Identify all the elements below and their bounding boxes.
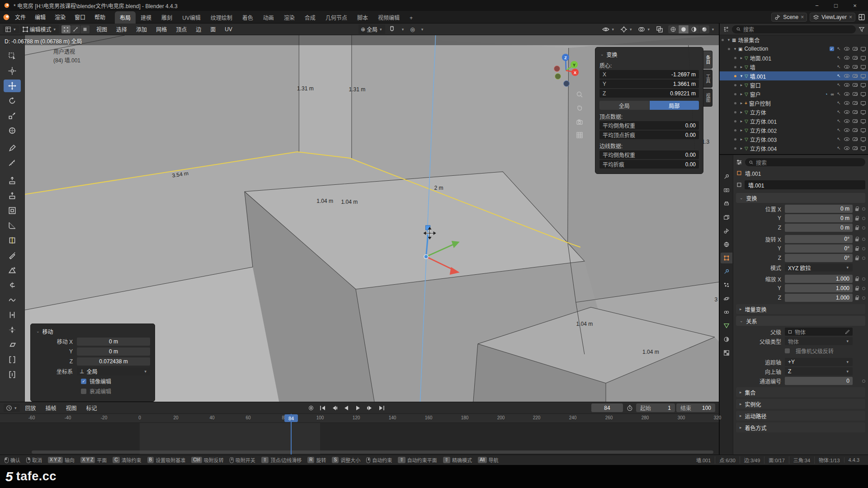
gizmos-toggle-button[interactable]: ▾ bbox=[618, 25, 635, 34]
instancing-section-header[interactable]: ▸实例化 bbox=[736, 399, 865, 409]
outliner-row-object[interactable]: ▸ ▽ 立方体.004 ↖ bbox=[720, 144, 868, 153]
sidebar-tab-tool[interactable]: 工具 bbox=[703, 70, 712, 88]
edge-crease-field[interactable]: 平均折痕0.00 bbox=[599, 160, 699, 169]
constraints-tab[interactable] bbox=[721, 307, 732, 318]
animate-decorator-icon[interactable] bbox=[862, 380, 865, 383]
pass-index-field[interactable]: 0 bbox=[785, 377, 853, 385]
editor-type-selector[interactable]: ▾ bbox=[3, 25, 19, 33]
render-visibility-icon[interactable] bbox=[853, 74, 858, 78]
outliner-row-object[interactable]: ▸ ▽ 地面.001 ↖ bbox=[720, 53, 868, 62]
hide-eye-icon[interactable] bbox=[844, 128, 849, 132]
selectable-icon[interactable]: ↖ bbox=[837, 128, 841, 132]
outliner-row-collection[interactable]: ▾ ▣ Collection ✓↖ bbox=[720, 44, 868, 53]
world-tab[interactable] bbox=[721, 239, 732, 250]
relations-section-header[interactable]: ⌄关系 bbox=[736, 316, 865, 326]
collections-section-header[interactable]: ▸集合 bbox=[736, 387, 865, 397]
mesh-menu[interactable]: 网格 bbox=[152, 24, 171, 34]
location-y-field[interactable]: 0 m bbox=[785, 214, 853, 222]
sidebar-tab-item[interactable]: 条目 bbox=[703, 51, 712, 69]
shading-solid-button[interactable] bbox=[679, 25, 689, 33]
scene-selector[interactable]: Scene × bbox=[771, 13, 807, 22]
viewport-visibility-icon[interactable] bbox=[861, 146, 866, 150]
timeline-scrollbar[interactable] bbox=[32, 450, 713, 454]
median-z-field[interactable]: Z0.99221 m bbox=[599, 89, 699, 98]
selectable-icon[interactable]: ↖ bbox=[837, 137, 841, 141]
sidebar-tab-view[interactable]: 视图 bbox=[703, 89, 712, 107]
selectable-icon[interactable]: ↖ bbox=[837, 65, 841, 69]
outliner-row-scene-collection[interactable]: ▾ ▦ 场景集合 bbox=[720, 35, 868, 44]
edge-select-mode-button[interactable] bbox=[71, 25, 80, 33]
tab-uv[interactable]: UV编辑 bbox=[177, 11, 206, 23]
viewport-visibility-icon[interactable] bbox=[861, 65, 866, 69]
location-x-field[interactable]: 0 m bbox=[785, 205, 853, 213]
object-type-visibility-button[interactable]: ▾ bbox=[600, 25, 617, 34]
shading-section-header[interactable]: ▸着色方式 bbox=[736, 422, 865, 432]
jump-to-start-button[interactable] bbox=[317, 404, 328, 412]
material-tab[interactable] bbox=[721, 334, 732, 345]
shading-wireframe-button[interactable] bbox=[668, 25, 678, 33]
parent-type-dropdown[interactable]: 物体▾ bbox=[785, 337, 853, 345]
tab-animation[interactable]: 动画 bbox=[258, 11, 279, 23]
use-preview-range-toggle[interactable] bbox=[624, 404, 635, 412]
animate-decorator-icon[interactable] bbox=[862, 238, 865, 241]
hide-eye-icon[interactable] bbox=[844, 110, 849, 114]
current-frame-field[interactable]: 84 bbox=[591, 404, 623, 412]
tool-annotate-button[interactable] bbox=[4, 142, 21, 155]
shading-settings-button[interactable]: ▾ bbox=[710, 25, 716, 33]
viewport-visibility-icon[interactable] bbox=[861, 56, 866, 60]
move-z-field[interactable]: 0.072438 m bbox=[77, 357, 150, 366]
render-tab[interactable] bbox=[721, 185, 732, 196]
tool-tab[interactable] bbox=[721, 171, 732, 182]
tab-video-editing[interactable]: 视频编辑 bbox=[373, 11, 405, 23]
texture-tab[interactable] bbox=[721, 347, 732, 358]
viewport-visibility-icon[interactable] bbox=[861, 101, 866, 105]
lock-icon[interactable] bbox=[855, 286, 859, 291]
tool-cursor-button[interactable] bbox=[4, 65, 21, 77]
tool-scale-button[interactable] bbox=[4, 109, 21, 122]
hide-eye-icon[interactable] bbox=[844, 83, 849, 87]
timeline-ruler[interactable]: -60 -40 -20 0 20 40 60 80 100 120 140 16… bbox=[0, 414, 719, 423]
view-layer-tab[interactable] bbox=[721, 212, 732, 223]
scene-unlink-icon[interactable]: × bbox=[801, 14, 804, 20]
tab-sculpt[interactable]: 雕刻 bbox=[156, 11, 177, 23]
tool-shrink-fatten-button[interactable] bbox=[4, 324, 21, 336]
camera-view-button[interactable] bbox=[573, 116, 586, 128]
eyedropper-icon[interactable] bbox=[845, 329, 850, 334]
transform-orientation-selector[interactable]: ⊕ 全局▾ bbox=[359, 24, 385, 34]
animate-decorator-icon[interactable] bbox=[862, 226, 865, 230]
render-visibility-icon[interactable] bbox=[853, 110, 858, 114]
tool-loop-cut-button[interactable] bbox=[4, 234, 21, 247]
tool-poly-build-button[interactable] bbox=[4, 264, 21, 277]
close-button[interactable]: × bbox=[845, 0, 864, 11]
rotation-mode-dropdown[interactable]: XYZ 欧拉▾ bbox=[785, 263, 853, 272]
auto-keying-toggle[interactable] bbox=[306, 404, 316, 412]
animate-decorator-icon[interactable] bbox=[862, 217, 865, 220]
edge-bevel-weight-field[interactable]: 平均倒角权重0.00 bbox=[599, 150, 699, 159]
properties-search-input[interactable]: 搜索 bbox=[745, 158, 865, 166]
transform-section-header[interactable]: ⌄变换 bbox=[736, 193, 865, 203]
lock-icon[interactable] bbox=[855, 237, 859, 242]
tab-add[interactable]: + bbox=[405, 13, 418, 23]
vertex-crease-field[interactable]: 平均顶点折痕0.00 bbox=[599, 131, 699, 139]
tool-inset-button[interactable] bbox=[4, 204, 21, 217]
tool-rotate-button[interactable] bbox=[4, 94, 21, 107]
viewport-visibility-icon[interactable] bbox=[861, 110, 866, 114]
object-name-field[interactable]: 墙.001 bbox=[745, 180, 865, 189]
frame-end-field[interactable]: 结束100 bbox=[676, 404, 715, 412]
rotation-y-field[interactable]: 0° bbox=[785, 244, 853, 253]
vertex-bevel-weight-field[interactable]: 平均倒角权重0.00 bbox=[599, 121, 699, 130]
tool-rip-edge-button[interactable] bbox=[4, 368, 21, 381]
xray-toggle-button[interactable] bbox=[654, 25, 665, 34]
lock-icon[interactable] bbox=[855, 277, 859, 282]
selectable-icon[interactable]: ↖ bbox=[837, 101, 841, 105]
add-menu[interactable]: 添加 bbox=[132, 24, 151, 34]
lock-icon[interactable] bbox=[855, 206, 859, 211]
tool-transform-button[interactable] bbox=[4, 124, 21, 137]
tab-texture-paint[interactable]: 纹理绘制 bbox=[206, 11, 237, 23]
tool-bevel-button[interactable] bbox=[4, 219, 21, 232]
axis-neg-x-handle[interactable] bbox=[554, 66, 560, 72]
uv-menu[interactable]: UV bbox=[221, 25, 236, 34]
help-menu[interactable]: 帮助 bbox=[90, 12, 109, 22]
object-tab[interactable] bbox=[721, 253, 732, 263]
track-axis-dropdown[interactable]: +Y▾ bbox=[785, 358, 853, 366]
